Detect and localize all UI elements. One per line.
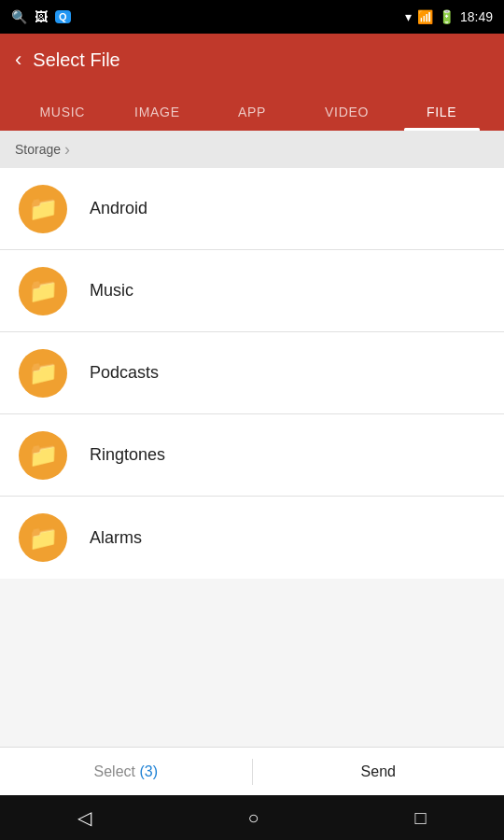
back-button[interactable]: ‹ [15, 48, 21, 72]
app-icon: Q [55, 10, 71, 23]
file-name-podcasts: Podcasts [90, 363, 159, 383]
battery-icon: 🔋 [439, 9, 455, 24]
search-icon: 🔍 [11, 9, 27, 24]
folder-icon-android: 📁 [19, 185, 67, 233]
signal-icon: 📶 [417, 9, 433, 24]
send-button[interactable]: Send [253, 763, 505, 780]
time-display: 18:49 [460, 9, 493, 24]
nav-back-icon[interactable]: ◁ [77, 806, 91, 829]
tabs-row: Music Image App Video File [15, 86, 489, 131]
bottom-action-bar: Select (3) Send [0, 747, 504, 795]
status-right-group: ▾ 📶 🔋 18:49 [405, 9, 493, 24]
folder-icon: 📁 [28, 194, 58, 223]
folder-icon-alarms: 📁 [19, 513, 67, 562]
folder-icon: 📁 [28, 441, 58, 469]
nav-bar: ◁ ○ □ [0, 795, 504, 840]
tab-music[interactable]: Music [15, 105, 110, 131]
file-name-ringtones: Ringtones [90, 445, 165, 465]
file-name-music: Music [90, 281, 133, 301]
status-icons-left: 🔍 🖼 Q [11, 9, 71, 24]
list-item[interactable]: 📁 Ringtones [0, 414, 504, 497]
select-count: (3) [139, 763, 158, 779]
tab-file[interactable]: File [394, 105, 489, 131]
folder-icon: 📁 [28, 524, 58, 553]
breadcrumb: Storage › [0, 131, 504, 168]
nav-home-icon[interactable]: ○ [247, 807, 259, 829]
folder-icon: 📁 [28, 358, 58, 387]
folder-icon-podcasts: 📁 [19, 349, 67, 398]
list-item[interactable]: 📁 Podcasts [0, 332, 504, 414]
list-item[interactable]: 📁 Android [0, 168, 504, 250]
tab-video[interactable]: Video [300, 105, 395, 131]
select-label: Select [94, 763, 135, 779]
page-title: Select File [33, 49, 119, 71]
breadcrumb-arrow: › [64, 140, 70, 160]
breadcrumb-text: Storage [15, 142, 61, 157]
tab-image[interactable]: Image [110, 105, 205, 131]
select-button[interactable]: Select (3) [0, 763, 252, 780]
folder-icon-ringtones: 📁 [19, 431, 67, 480]
file-name-alarms: Alarms [90, 528, 142, 548]
file-name-android: Android [90, 199, 147, 218]
list-item[interactable]: 📁 Alarms [0, 497, 504, 579]
tab-app[interactable]: App [204, 105, 300, 131]
nav-recent-icon[interactable]: □ [414, 807, 426, 829]
app-bar-title-row: ‹ Select File [15, 34, 489, 86]
app-bar: ‹ Select File Music Image App Video File [0, 34, 504, 131]
file-list: 📁 Android 📁 Music 📁 Podcasts 📁 Ringtones… [0, 168, 504, 579]
list-item[interactable]: 📁 Music [0, 250, 504, 332]
folder-icon-music: 📁 [19, 267, 67, 315]
wifi-icon: ▾ [405, 9, 412, 24]
status-bar: 🔍 🖼 Q ▾ 📶 🔋 18:49 [0, 0, 504, 34]
image-icon: 🖼 [35, 9, 48, 24]
folder-icon: 📁 [28, 276, 58, 305]
